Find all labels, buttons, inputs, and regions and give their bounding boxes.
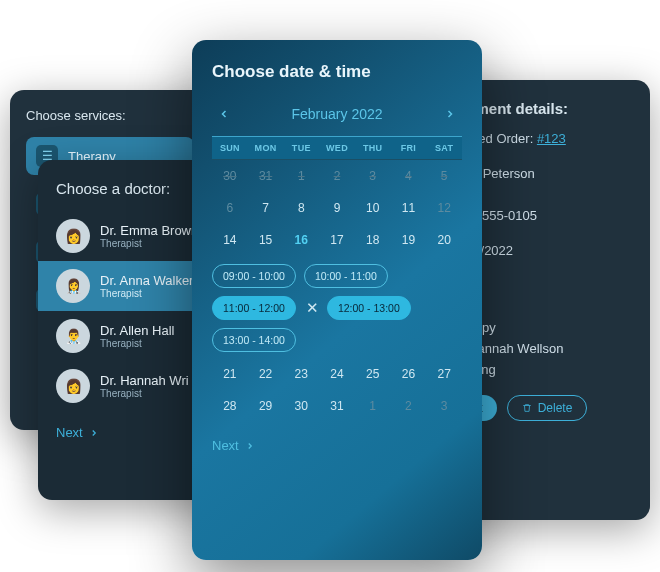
calendar-day[interactable]: 29 [248, 390, 284, 422]
chevron-right-icon [89, 428, 99, 438]
doctor-name: Dr. Allen Hall [100, 323, 174, 338]
dow: TUE [283, 137, 319, 159]
next-month-button[interactable] [438, 104, 462, 124]
avatar: 👩 [56, 369, 90, 403]
calendar-day[interactable]: 25 [355, 358, 391, 390]
calendar-day[interactable]: 21 [212, 358, 248, 390]
doctor-role: Therapist [100, 288, 193, 299]
close-icon[interactable]: ✕ [306, 299, 319, 317]
chevron-right-icon [245, 441, 255, 451]
calendar-day[interactable]: 3 [426, 390, 462, 422]
related-order-link[interactable]: #123 [537, 131, 566, 146]
calendar-day[interactable]: 5 [426, 160, 462, 192]
calendar-day[interactable]: 2 [319, 160, 355, 192]
dow: THU [355, 137, 391, 159]
calendar-week: 303112345 [212, 160, 462, 192]
calendar-day[interactable]: 26 [391, 358, 427, 390]
time-slot[interactable]: 13:00 - 14:00 [212, 328, 296, 352]
calendar-day[interactable]: 22 [248, 358, 284, 390]
calendar-day[interactable]: 16 [283, 224, 319, 256]
calendar-day[interactable]: 9 [319, 192, 355, 224]
next-button[interactable]: Next [212, 438, 462, 453]
avatar: 👩‍⚕️ [56, 269, 90, 303]
datetime-card: Choose date & time February 2022 SUN MON… [192, 40, 482, 560]
delete-button[interactable]: Delete [507, 395, 588, 421]
calendar-day[interactable]: 7 [248, 192, 284, 224]
calendar-week: 6789101112 [212, 192, 462, 224]
calendar-day[interactable]: 1 [355, 390, 391, 422]
calendar-day[interactable]: 24 [319, 358, 355, 390]
doctor-role: Therapist [100, 238, 198, 249]
services-title: Choose services: [26, 108, 194, 123]
calendar-day[interactable]: 1 [283, 160, 319, 192]
time-slot[interactable]: 09:00 - 10:00 [212, 264, 296, 288]
dow-header: SUN MON TUE WED THU FRI SAT [212, 136, 462, 160]
trash-icon [522, 403, 532, 413]
calendar-day[interactable]: 4 [391, 160, 427, 192]
time-slot[interactable]: 12:00 - 13:00 [327, 296, 411, 320]
calendar-day[interactable]: 23 [283, 358, 319, 390]
calendar-day[interactable]: 20 [426, 224, 462, 256]
calendar-day[interactable]: 30 [283, 390, 319, 422]
calendar-day[interactable]: 18 [355, 224, 391, 256]
calendar-day[interactable]: 31 [248, 160, 284, 192]
calendar-body: 30311234567891011121415161718192009:00 -… [212, 160, 462, 422]
doctor-role: Therapist [100, 388, 189, 399]
time-slot[interactable]: 11:00 - 12:00 [212, 296, 296, 320]
dow: MON [248, 137, 284, 159]
calendar-day[interactable]: 11 [391, 192, 427, 224]
calendar-week: 28293031123 [212, 390, 462, 422]
dow: WED [319, 137, 355, 159]
calendar-day[interactable]: 28 [212, 390, 248, 422]
dow: FRI [391, 137, 427, 159]
avatar: 👨‍⚕️ [56, 319, 90, 353]
calendar-day[interactable]: 10 [355, 192, 391, 224]
time-slot-row: 09:00 - 10:0010:00 - 11:0011:00 - 12:00✕… [212, 264, 462, 352]
datetime-title: Choose date & time [212, 62, 462, 82]
calendar-day[interactable]: 14 [212, 224, 248, 256]
calendar-week: 21222324252627 [212, 358, 462, 390]
calendar-week: 14151617181920 [212, 224, 462, 256]
calendar-day[interactable]: 6 [212, 192, 248, 224]
prev-month-button[interactable] [212, 104, 236, 124]
calendar-day[interactable]: 30 [212, 160, 248, 192]
calendar-day[interactable]: 2 [391, 390, 427, 422]
doctor-name: Dr. Emma Brown [100, 223, 198, 238]
time-slot[interactable]: 10:00 - 11:00 [304, 264, 388, 288]
calendar-header: February 2022 [212, 104, 462, 124]
dow: SUN [212, 137, 248, 159]
calendar-day[interactable]: 15 [248, 224, 284, 256]
calendar-day[interactable]: 27 [426, 358, 462, 390]
calendar-day[interactable]: 3 [355, 160, 391, 192]
doctor-role: Therapist [100, 338, 174, 349]
avatar: 👩 [56, 219, 90, 253]
calendar-day[interactable]: 8 [283, 192, 319, 224]
dow: SAT [426, 137, 462, 159]
calendar-day[interactable]: 19 [391, 224, 427, 256]
calendar-day[interactable]: 17 [319, 224, 355, 256]
doctor-name: Dr. Anna Walker [100, 273, 193, 288]
month-label: February 2022 [291, 106, 382, 122]
calendar-day[interactable]: 12 [426, 192, 462, 224]
doctor-name: Dr. Hannah Wri [100, 373, 189, 388]
calendar-day[interactable]: 31 [319, 390, 355, 422]
